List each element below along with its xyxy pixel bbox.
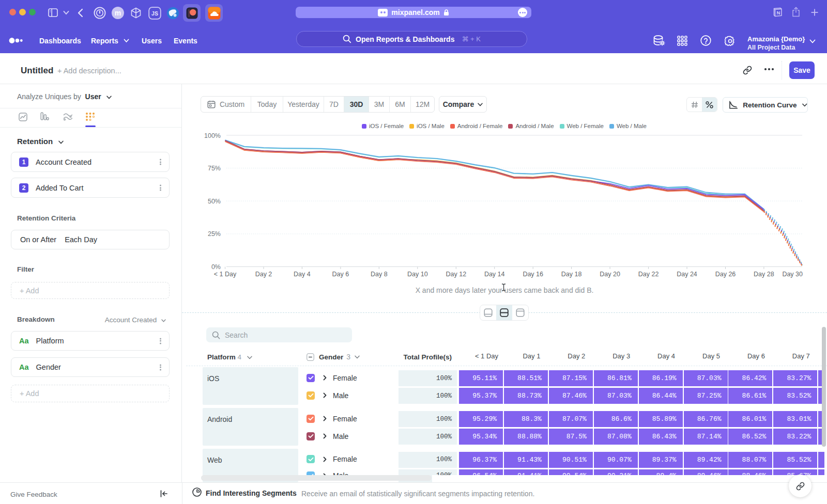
svg-text:Day 16: Day 16 bbox=[523, 271, 543, 278]
svg-text:50%: 50% bbox=[208, 198, 221, 205]
svg-text:Day 2: Day 2 bbox=[255, 271, 272, 278]
svg-text:Day 28: Day 28 bbox=[754, 271, 774, 278]
svg-text:Day 20: Day 20 bbox=[600, 271, 620, 278]
svg-text:N: N bbox=[777, 10, 780, 15]
svg-text:0%: 0% bbox=[211, 263, 221, 271]
svg-text:JS: JS bbox=[151, 10, 158, 17]
svg-text:Day 14: Day 14 bbox=[484, 271, 505, 278]
svg-text:Day 22: Day 22 bbox=[638, 271, 659, 278]
svg-text:75%: 75% bbox=[208, 165, 221, 172]
svg-text:Day 12: Day 12 bbox=[446, 271, 466, 278]
svg-text:25%: 25% bbox=[208, 230, 221, 238]
svg-text:< 1 Day: < 1 Day bbox=[214, 271, 237, 278]
svg-text:Day 10: Day 10 bbox=[407, 271, 428, 278]
svg-text:Day 30: Day 30 bbox=[782, 271, 803, 278]
svg-text:Day 26: Day 26 bbox=[715, 271, 736, 278]
svg-text:Day 18: Day 18 bbox=[561, 271, 582, 278]
svg-text:Day 4: Day 4 bbox=[294, 271, 311, 278]
svg-text:100%: 100% bbox=[204, 132, 221, 139]
svg-text:Day 6: Day 6 bbox=[332, 271, 349, 278]
svg-text:Day 8: Day 8 bbox=[371, 271, 388, 278]
svg-text:Day 24: Day 24 bbox=[677, 271, 697, 278]
